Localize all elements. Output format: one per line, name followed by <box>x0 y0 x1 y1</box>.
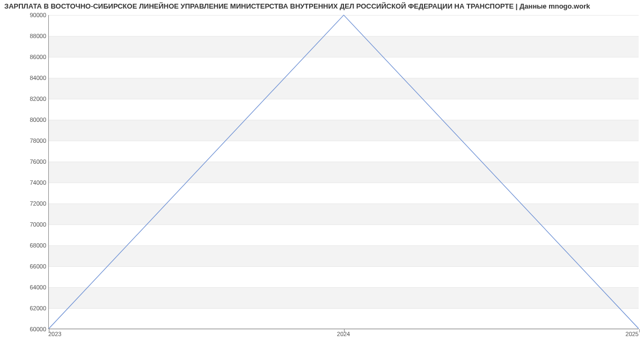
x-tick-label: 2025 <box>626 331 639 337</box>
y-tick-label: 80000 <box>3 117 46 123</box>
y-tick-label: 82000 <box>3 96 46 102</box>
y-tick-label: 86000 <box>3 54 46 60</box>
y-tick-label: 72000 <box>3 200 46 207</box>
y-tick-label: 76000 <box>3 158 46 165</box>
y-tick-label: 90000 <box>3 12 46 18</box>
y-tick-label: 84000 <box>3 75 46 81</box>
x-tick-label: 2024 <box>337 331 350 337</box>
y-tick-label: 78000 <box>3 137 46 144</box>
y-tick-label: 60000 <box>3 326 46 332</box>
y-tick-label: 70000 <box>3 221 46 228</box>
y-tick-label: 66000 <box>3 263 46 270</box>
chart-title: ЗАРПЛАТА В ВОСТОЧНО-СИБИРСКОЕ ЛИНЕЙНОЕ У… <box>4 2 640 10</box>
series-line <box>49 15 639 329</box>
y-tick-label: 64000 <box>3 284 46 290</box>
plot-area <box>48 15 639 329</box>
x-tick-mark <box>639 329 640 332</box>
y-tick-label: 74000 <box>3 179 46 186</box>
y-tick-label: 62000 <box>3 305 46 311</box>
y-tick-label: 88000 <box>3 33 46 39</box>
chart-container: ЗАРПЛАТА В ВОСТОЧНО-СИБИРСКОЕ ЛИНЕЙНОЕ У… <box>0 0 644 349</box>
line-layer <box>49 15 639 329</box>
y-tick-label: 68000 <box>3 242 46 249</box>
x-tick-label: 2023 <box>48 331 61 337</box>
